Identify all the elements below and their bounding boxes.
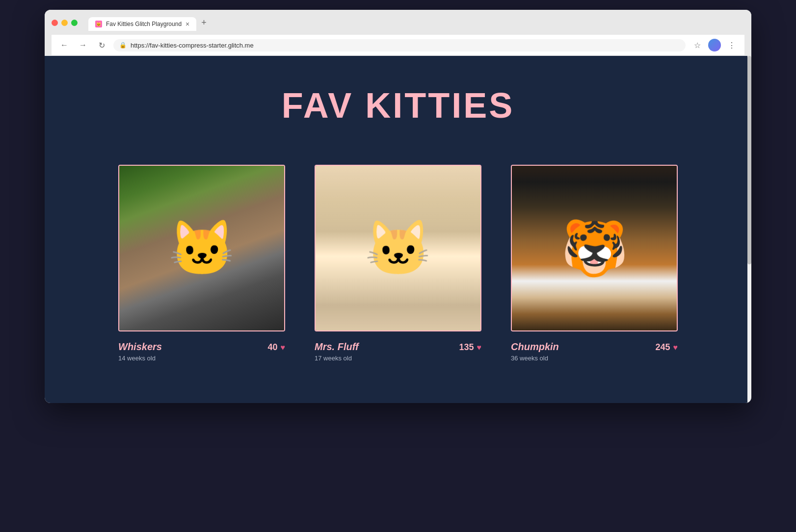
kitty-name-age-mrs-fluff: Mrs. Fluff 17 weeks old [315, 341, 359, 362]
kitty-image-mrs-fluff: 🐱 [315, 165, 481, 331]
bookmark-button[interactable]: ☆ [690, 38, 704, 52]
kitty-likes-whiskers[interactable]: 40 ♥ [267, 342, 285, 353]
kitty-age-chumpkin: 36 weeks old [511, 355, 559, 362]
traffic-lights [52, 20, 78, 26]
profile-avatar[interactable] [708, 39, 721, 51]
browser-titlebar: 🐱 Fav Kitties Glitch Playground × + ← → … [45, 10, 751, 56]
website-content: FAV KITTIES 🐱 Whiskers 14 weeks old 40 [45, 56, 751, 403]
browser-tabs: 🐱 Fav Kitties Glitch Playground × + [88, 15, 212, 31]
menu-button[interactable]: ⋮ [725, 38, 739, 52]
kitty-info-whiskers: Whiskers 14 weeks old 40 ♥ [118, 339, 285, 364]
kitty-info-chumpkin: Chumpkin 36 weeks old 245 ♥ [511, 339, 678, 364]
likes-count-mrs-fluff: 135 [459, 342, 474, 353]
heart-icon-whiskers: ♥ [281, 343, 286, 352]
kitty-likes-mrs-fluff[interactable]: 135 ♥ [459, 342, 481, 353]
scrollbar-thumb[interactable] [747, 56, 751, 264]
kitty-age-mrs-fluff: 17 weeks old [315, 355, 359, 362]
kitty-age-whiskers: 14 weeks old [118, 355, 162, 362]
kitties-grid: 🐱 Whiskers 14 weeks old 40 ♥ [104, 165, 692, 364]
kitty-name-chumpkin: Chumpkin [511, 341, 559, 353]
kitty-card-chumpkin: 🐯 Chumpkin 36 weeks old 245 ♥ [511, 165, 678, 364]
tab-label: Fav Kitties Glitch Playground [106, 21, 182, 27]
lock-icon: 🔒 [119, 42, 127, 49]
site-title: FAV KITTIES [282, 85, 515, 126]
browser-toolbar: ← → ↻ 🔒 https://fav-kitties-compress-sta… [52, 35, 744, 56]
toolbar-actions: ☆ ⋮ [690, 38, 739, 52]
cat-whiskers-image: 🐱 [119, 166, 284, 330]
kitty-name-age-chumpkin: Chumpkin 36 weeks old [511, 341, 559, 362]
kitty-card-whiskers: 🐱 Whiskers 14 weeks old 40 ♥ [118, 165, 285, 364]
maximize-window-button[interactable] [71, 20, 78, 26]
browser-controls: 🐱 Fav Kitties Glitch Playground × + [52, 15, 744, 31]
tab-favicon: 🐱 [95, 21, 102, 27]
likes-count-whiskers: 40 [267, 342, 277, 353]
heart-icon-mrs-fluff: ♥ [477, 343, 482, 352]
kitty-likes-chumpkin[interactable]: 245 ♥ [655, 342, 678, 353]
kitty-info-mrs-fluff: Mrs. Fluff 17 weeks old 135 ♥ [315, 339, 481, 364]
close-tab-button[interactable]: × [186, 20, 189, 28]
url-text: https://fav-kitties-compress-starter.gli… [131, 42, 254, 49]
cat-chumpkin-image: 🐯 [512, 166, 677, 330]
forward-button[interactable]: → [76, 38, 90, 52]
scrollbar[interactable] [747, 56, 751, 403]
active-tab[interactable]: 🐱 Fav Kitties Glitch Playground × [88, 17, 196, 31]
kitty-image-whiskers: 🐱 [118, 165, 285, 331]
kitty-name-whiskers: Whiskers [118, 341, 162, 353]
kitty-name-mrs-fluff: Mrs. Fluff [315, 341, 359, 353]
heart-icon-chumpkin: ♥ [673, 343, 678, 352]
cat-mrs-fluff-image: 🐱 [316, 166, 480, 330]
browser-window: 🐱 Fav Kitties Glitch Playground × + ← → … [45, 10, 751, 403]
browser-content-wrapper: FAV KITTIES 🐱 Whiskers 14 weeks old 40 [45, 56, 751, 403]
reload-button[interactable]: ↻ [95, 38, 108, 52]
likes-count-chumpkin: 245 [655, 342, 670, 353]
kitty-image-chumpkin: 🐯 [511, 165, 678, 331]
kitty-card-mrs-fluff: 🐱 Mrs. Fluff 17 weeks old 135 ♥ [315, 165, 481, 364]
kitty-name-age-whiskers: Whiskers 14 weeks old [118, 341, 162, 362]
close-window-button[interactable] [52, 20, 58, 26]
new-tab-button[interactable]: + [196, 15, 212, 31]
address-bar[interactable]: 🔒 https://fav-kitties-compress-starter.g… [113, 39, 686, 51]
back-button[interactable]: ← [57, 38, 71, 52]
minimize-window-button[interactable] [61, 20, 68, 26]
